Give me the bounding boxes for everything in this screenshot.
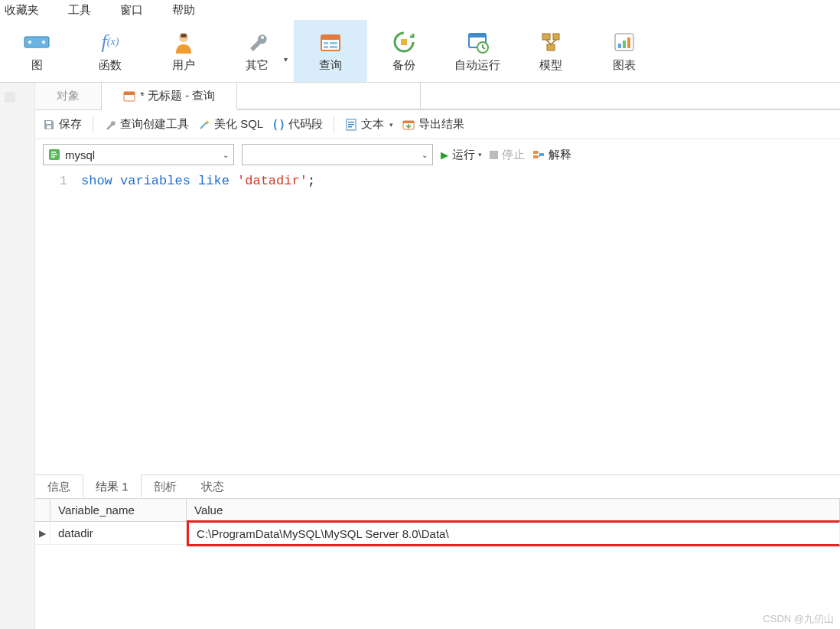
wand-icon [198, 119, 210, 131]
svg-rect-7 [321, 35, 340, 40]
svg-rect-31 [348, 126, 352, 128]
editor-gutter: 1 [35, 171, 81, 474]
toolbar-user-button[interactable]: 用户 [147, 20, 220, 82]
result-row[interactable]: ▶ datadir C:\ProgramData\MySQL\MySQL Ser… [35, 522, 840, 545]
svg-point-5 [261, 36, 264, 39]
text-button[interactable]: 文本 ▾ [345, 117, 393, 132]
tab-untitled-query[interactable]: * 无标题 - 查询 [102, 83, 237, 110]
svg-rect-8 [324, 42, 328, 44]
query-builder-button[interactable]: 查询创建工具 [104, 117, 189, 132]
svg-rect-23 [627, 37, 630, 48]
menubar: 收藏夹 工具 窗口 帮助 [0, 0, 840, 20]
snippet-button[interactable]: () 代码段 [272, 117, 323, 132]
result-tabs: 信息 结果 1 剖析 状态 [35, 474, 840, 499]
model-icon [538, 29, 564, 55]
database-dropdown[interactable]: ⌄ [242, 144, 433, 165]
toolbar-autorun-button[interactable]: 自动运行 [441, 20, 514, 82]
stop-icon [490, 151, 498, 159]
result-tab-profile[interactable]: 剖析 [142, 475, 189, 498]
svg-rect-37 [539, 153, 544, 156]
explain-icon [532, 148, 545, 161]
svg-rect-25 [124, 92, 135, 95]
user-icon [171, 29, 197, 55]
menu-favorites[interactable]: 收藏夹 [5, 3, 39, 18]
view-icon [24, 29, 50, 55]
beautify-button[interactable]: 美化 SQL [198, 117, 263, 132]
svg-point-2 [42, 41, 45, 44]
toolbar-view-button[interactable]: 图 [0, 20, 73, 82]
main-toolbar: 图 f(x) 函数 用户 其它 ▾ 查询 备份 自动运行 [0, 20, 840, 83]
result-row-marker-header [35, 499, 50, 521]
toolbar-user-label: 用户 [172, 58, 195, 73]
tool-icon [104, 119, 116, 131]
svg-rect-11 [330, 46, 337, 48]
svg-rect-27 [47, 125, 51, 129]
chevron-down-icon: ⌄ [223, 151, 229, 159]
svg-rect-17 [542, 34, 550, 40]
chevron-down-icon: ⌄ [422, 151, 428, 159]
connection-dropdown[interactable]: mysql ⌄ [43, 144, 234, 165]
stop-label: 停止 [502, 148, 525, 162]
toolbar-backup-button[interactable]: 备份 [367, 20, 441, 82]
svg-rect-35 [533, 151, 538, 154]
play-icon: ▶ [441, 149, 448, 161]
result-header-value[interactable]: Value [187, 499, 840, 521]
result-header-variable-name[interactable]: Variable_name [50, 499, 187, 521]
menu-help[interactable]: 帮助 [172, 3, 195, 18]
svg-rect-26 [46, 121, 51, 124]
toolbar-query-label: 查询 [319, 58, 342, 73]
backup-icon [391, 29, 417, 55]
svg-rect-22 [623, 41, 626, 48]
result-tab-result1[interactable]: 结果 1 [83, 474, 142, 497]
result-tab-status[interactable]: 状态 [189, 475, 236, 498]
chevron-down-icon: ▾ [389, 121, 393, 129]
svg-rect-19 [547, 44, 555, 51]
save-label: 保存 [59, 117, 82, 132]
toolbar-chart-label: 图表 [613, 58, 636, 73]
svg-rect-29 [348, 122, 354, 123]
toolbar-other-button[interactable]: 其它 ▾ [220, 20, 294, 82]
toolbar-model-label: 模型 [539, 58, 562, 73]
toolbar-backup-label: 备份 [392, 58, 415, 73]
toolbar-view-label: 图 [31, 58, 43, 73]
tab-objects[interactable]: 对象 [35, 83, 102, 109]
row-indicator-icon: ▶ [35, 522, 50, 544]
toolbar-function-button[interactable]: f(x) 函数 [73, 20, 147, 82]
svg-rect-13 [401, 39, 407, 45]
result-header: Variable_name Value [35, 499, 840, 522]
save-icon [43, 119, 55, 131]
menu-window[interactable]: 窗口 [120, 3, 143, 18]
toolbar-model-button[interactable]: 模型 [514, 20, 588, 82]
toolbar-function-label: 函数 [99, 58, 122, 73]
save-button[interactable]: 保存 [43, 117, 82, 132]
toolbar-other-label: 其它 [246, 58, 269, 73]
svg-rect-10 [324, 46, 328, 48]
text-icon [345, 119, 357, 131]
run-label: 运行 [452, 148, 475, 162]
toolbar-autorun-label: 自动运行 [454, 58, 500, 73]
result-tab-info[interactable]: 信息 [35, 475, 83, 498]
tab-objects-label: 对象 [57, 89, 80, 103]
beautify-label: 美化 SQL [214, 117, 263, 132]
toolbar-query-button[interactable]: 查询 [294, 20, 367, 82]
tab-untitled-label: * 无标题 - 查询 [140, 89, 215, 103]
query-icon [317, 29, 343, 55]
explain-button[interactable]: 解释 [532, 148, 571, 162]
toolbar-chart-button[interactable]: 图表 [588, 20, 661, 82]
editor-code[interactable]: show variables like 'datadir'; [81, 171, 840, 474]
run-button[interactable]: ▶ 运行 ▾ [441, 148, 482, 162]
export-button[interactable]: 导出结果 [402, 117, 464, 132]
sidebar [0, 83, 35, 629]
menu-tools[interactable]: 工具 [68, 3, 91, 18]
svg-rect-21 [618, 44, 621, 48]
sql-editor[interactable]: 1 show variables like 'datadir'; [35, 170, 840, 474]
wrench-icon [244, 29, 270, 55]
watermark: CSDN @九仞山 [763, 612, 834, 626]
svg-rect-15 [469, 34, 486, 37]
svg-rect-9 [330, 42, 337, 44]
snippet-label: 代码段 [288, 117, 323, 132]
cell-value[interactable]: C:\ProgramData\MySQL\MySQL Server 8.0\Da… [187, 520, 840, 546]
export-label: 导出结果 [418, 117, 464, 132]
svg-rect-18 [553, 34, 559, 40]
cell-variable-name[interactable]: datadir [50, 522, 187, 544]
